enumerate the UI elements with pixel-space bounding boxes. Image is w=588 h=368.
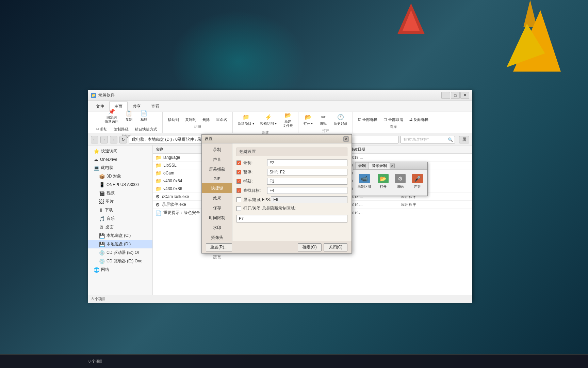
hotkey-row-pause: 暂停: [236,169,347,175]
paste-link-button[interactable]: 粘贴快捷方式 [132,126,160,133]
open-button[interactable]: 📂 打开 ▾ [301,112,315,127]
nav-item-network[interactable]: 🌐 网络 [88,265,152,274]
nav-item-onedrive[interactable]: ☁ OneDrive [88,155,152,164]
nav-item-music[interactable]: 🎵 音乐 [88,214,152,223]
new-folder-button[interactable]: 📂 新建文件夹 [280,110,295,129]
ribbon-group-organize: 移动到 复制到 删除 重命名 组织 [163,112,233,133]
close-button[interactable]: ✕ [460,92,469,99]
edit-button[interactable]: ✏ 编辑 [316,112,330,127]
settings-nav-hotkeys[interactable]: 快捷键 [202,183,232,193]
ribbon-group-select: ☑ 全部选择 ☐ 全部取消 ⇄ 反向选择 选择 [353,112,433,133]
encode-button[interactable]: ⚙ 编码 [393,172,407,190]
nav-item-3dobjects[interactable]: 📦 3D 对象 [88,172,152,181]
history-icon: 🕐 [337,113,345,121]
settings-reset-button[interactable]: 重置(R)... [206,243,232,251]
toolbar-extra: 属 [459,136,469,143]
move-to-button[interactable]: 移动到 [165,116,181,123]
folder-icon: 📁 [156,178,161,184]
nav-item-downloads[interactable]: ⬇ 下载 [88,206,152,214]
settings-nav-effects[interactable]: 效果 [202,193,232,203]
open-file-button[interactable]: 📂 打开 [376,172,390,190]
folder-icon: 📁 [156,186,161,191]
select-all-button[interactable]: ☑ 全部选择 [356,116,380,123]
audio-button[interactable]: 🎤 声音 [411,172,424,190]
clipboard-buttons: 📌 固定到快速访问 📋 复制 📄 粘贴 [102,106,151,125]
hotkey-record-label: 录制: [243,160,267,166]
settings-close-button[interactable]: 关闭(C) [324,243,347,251]
copy-to-button[interactable]: 复制到 [183,116,199,123]
col-header-type[interactable] [401,147,442,152]
forward-button[interactable]: → [100,136,108,143]
new-item-button[interactable]: 📁 新建项目 ▾ [235,112,257,127]
settings-dialog-close-button[interactable]: ✕ [343,136,349,142]
pin-quickaccess-button[interactable]: 📌 固定到快速访问 [102,106,121,125]
nav-item-cd-drive-e[interactable]: 💿 CD 驱动器 (E:) Or [88,248,152,257]
settings-nav-record[interactable]: 录制 [202,145,232,155]
hotkey-record-input[interactable] [267,159,347,166]
hotkey-capture-checkbox[interactable] [236,179,241,184]
properties-button[interactable]: 属 [459,136,469,143]
settings-ok-button[interactable]: 确定(O) [298,243,322,251]
nav-item-thispc[interactable]: 💻 此电脑 [88,164,152,172]
hotkey-pause-input[interactable] [267,169,347,175]
deselect-all-button[interactable]: ☐ 全部取消 [381,116,405,123]
maximize-button[interactable]: □ [451,92,460,99]
paste-button[interactable]: 📄 粘贴 [137,108,151,123]
up-button[interactable]: ↑ [110,136,117,143]
history-button[interactable]: 🕐 历史记录 [331,112,350,127]
hotkey-hideregion-checkbox[interactable] [236,206,241,211]
secondary-tab-record[interactable]: 录制 [355,162,369,169]
settings-nav-screencap[interactable]: 屏幕捕获 [202,165,232,174]
nav-item-quickaccess[interactable]: ⭐ 快速访问 [88,147,152,155]
secondary-tab-audio[interactable]: 音频录制 [369,162,390,169]
open-file-icon: 📂 [378,174,389,183]
ribbon-group-new: 📁 新建项目 ▾ ⚡ 轻松访问 ▾ 📂 新建文件夹 新建 [233,112,298,133]
doc-icon: 📄 [156,210,161,216]
record-region-button[interactable]: 📹 录制区域 [356,172,373,190]
hotkey-findtarget-input[interactable] [267,187,347,194]
copy-path-button[interactable]: ✂ 剪切 [94,126,110,133]
settings-nav-camera[interactable]: 摄像头 [202,233,232,243]
invert-selection-button[interactable]: ⇄ 反向选择 [407,116,431,123]
settings-nav-timelimit[interactable]: 时间限制 [202,213,232,223]
back-button[interactable]: ← [91,136,98,143]
nav-item-drive-c[interactable]: 💾 本地磁盘 (C:) [88,231,152,240]
minimize-button[interactable]: — [441,92,450,99]
settings-nav-watermark[interactable]: 水印 [202,223,232,233]
pin-icon: 📌 [108,108,116,115]
hotkey-record-checkbox[interactable] [236,160,241,165]
secondary-panel-close[interactable]: ✕ [390,164,395,168]
ribbon-toolbar: 📌 固定到快速访问 📋 复制 📄 粘贴 ✂ 剪切 复制路径 粘贴快捷方式 剪切板 [88,111,472,134]
copy-button[interactable]: 📋 复制 [122,108,136,123]
easy-access-button[interactable]: ⚡ 轻松访问 ▾ [258,112,279,127]
search-input[interactable]: 搜索"录屏软件" [401,136,455,143]
record-region-label: 录制区域 [358,184,371,189]
nav-item-videos[interactable]: 🎬 视频 [88,189,152,197]
hotkey-fps-input[interactable] [271,196,347,203]
audio-icon: 🎤 [412,174,423,183]
nav-item-desktop[interactable]: 🖥 桌面 [88,223,152,231]
nav-item-oneplus[interactable]: 📱 ONEPLUS A3000 [88,181,152,189]
rename-button[interactable]: 重命名 [214,116,230,123]
hotkey-pause-checkbox[interactable] [236,170,241,174]
delete-button[interactable]: 删除 [200,116,212,123]
open-icon: 📂 [304,113,312,121]
paste-shortcut-button[interactable]: 复制路径 [111,126,131,133]
nav-item-drive-d[interactable]: 💾 本地磁盘 (D:) [88,240,152,248]
hotkey-capture-input[interactable] [267,178,347,185]
settings-nav-save[interactable]: 保存 [202,203,232,213]
nav-item-pictures[interactable]: 🖼 图片 [88,197,152,206]
refresh-button[interactable]: ↻ [119,136,127,143]
settings-nav-language[interactable]: 语言 [202,252,232,262]
col-header-date[interactable]: 修改日期 [350,147,401,152]
col-header-size[interactable] [442,147,469,152]
encode-label: 编码 [397,184,404,189]
hotkey-hideregion-input[interactable] [236,215,347,223]
hotkey-findtarget-checkbox[interactable] [236,188,241,193]
settings-nav-gif[interactable]: GIF [202,174,232,183]
nav-item-cd-drive-e2[interactable]: 💿 CD 驱动器 (E:) One [88,257,152,265]
hotkey-fps-checkbox[interactable] [236,197,241,202]
settings-nav-audio[interactable]: 声音 [202,155,232,165]
select-group-label: 选择 [390,124,397,129]
search-icon: 🔍 [448,137,453,142]
